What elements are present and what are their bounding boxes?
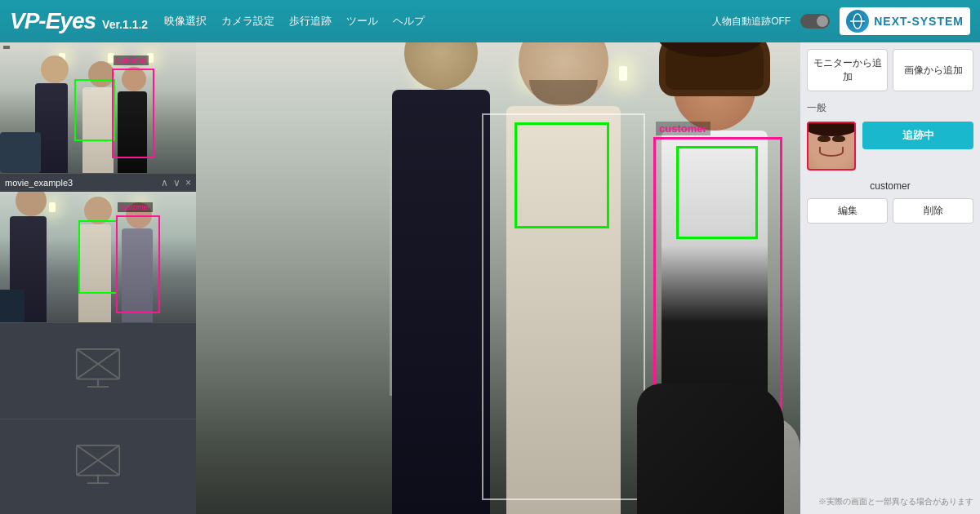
center-video: customer	[196, 42, 800, 514]
detect-label-thumb2: customer	[118, 202, 153, 212]
header: VP-Eyes Ver.1.1.2 映像選択 カメラ設定 歩行追跡 ツール ヘル…	[0, 0, 980, 42]
ns-icon	[846, 10, 869, 33]
left-panel: customer movie_example3 ∧ ∨ ×	[0, 42, 196, 514]
camera2-thumbnail[interactable]: customer	[0, 192, 196, 322]
detect-label-thumb1: customer	[114, 55, 149, 65]
camera2-expand-btn[interactable]: ∨	[173, 177, 180, 188]
camera1-label	[3, 46, 10, 49]
next-system-logo: NEXT-SYSTEM	[840, 7, 970, 35]
section-general-label: 一般	[807, 101, 973, 115]
tracking-button[interactable]: 追跡中	[862, 122, 973, 149]
camera2-label: movie_example3	[5, 178, 161, 188]
camera2-close-btn[interactable]: ×	[185, 177, 191, 188]
add-from-monitor-button[interactable]: モニターから追加	[807, 49, 888, 91]
nav-ツール[interactable]: ツール	[346, 14, 378, 29]
edit-button[interactable]: 編集	[807, 198, 888, 224]
action-buttons-row: 編集 削除	[807, 198, 973, 224]
empty-monitor-icon-2	[69, 438, 127, 495]
monitor-svg-2	[69, 438, 127, 495]
disclaimer: ※実際の画面と一部異なる場合があります	[807, 496, 973, 507]
header-right: 人物自動追跡OFF NEXT-SYSTEM	[712, 7, 970, 35]
person-card: 追跡中	[807, 122, 973, 171]
empty-monitor-icon-1	[69, 342, 127, 399]
main-layout: customer movie_example3 ∧ ∨ ×	[0, 42, 980, 514]
camera2-row: movie_example3 ∧ ∨ ×	[0, 173, 196, 192]
main-detect-label: customer	[656, 122, 710, 135]
person-avatar	[807, 122, 856, 171]
person-name: customer	[807, 180, 973, 192]
nav-カメラ設定[interactable]: カメラ設定	[221, 14, 274, 29]
app-title: VP-Eyes	[10, 8, 96, 34]
ns-text: NEXT-SYSTEM	[874, 15, 964, 28]
nav-menu: 映像選択 カメラ設定 歩行追跡 ツール ヘルプ	[164, 14, 425, 29]
logo-area: VP-Eyes Ver.1.1.2	[10, 8, 148, 34]
add-buttons-row: モニターから追加 画像から追加	[807, 49, 973, 91]
nav-ヘルプ[interactable]: ヘルプ	[393, 14, 425, 29]
delete-button[interactable]: 削除	[893, 198, 973, 224]
monitor-svg-1	[69, 342, 127, 399]
nav-映像選択[interactable]: 映像選択	[164, 14, 207, 29]
auto-track-label: 人物自動追跡OFF	[712, 15, 791, 29]
empty-camera-slot-1	[0, 322, 196, 419]
camera2-collapse-btn[interactable]: ∧	[161, 177, 168, 188]
auto-track-toggle[interactable]	[800, 14, 830, 29]
camera1-thumbnail[interactable]: customer	[0, 42, 196, 173]
nav-歩行追跡[interactable]: 歩行追跡	[289, 14, 332, 29]
app-version: Ver.1.1.2	[102, 18, 148, 31]
empty-camera-slot-2	[0, 419, 196, 515]
add-from-image-button[interactable]: 画像から追加	[893, 49, 973, 91]
right-panel: モニターから追加 画像から追加 一般 追跡中 customer	[800, 42, 980, 514]
camera2-controls: ∧ ∨ ×	[161, 177, 191, 188]
